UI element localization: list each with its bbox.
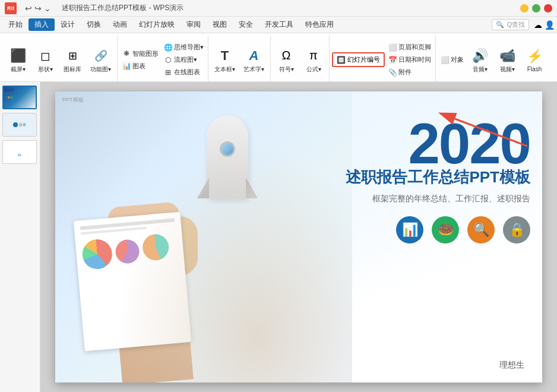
audio-icon: 🔊 bbox=[470, 46, 489, 65]
rocket-fin-right bbox=[246, 178, 258, 198]
minimize-button[interactable] bbox=[520, 4, 528, 12]
audio-button[interactable]: 🔊 音频▾ bbox=[467, 45, 493, 75]
flash-button[interactable]: ⚡ Flash bbox=[521, 46, 547, 74]
app-logo: Rit bbox=[5, 2, 17, 14]
redo-button[interactable]: ↪ bbox=[34, 4, 42, 13]
screenshot-button[interactable]: ⬛ 截屏▾ bbox=[5, 45, 31, 75]
menu-bar: 开始 插入 设计 切换 动画 幻灯片放映 审阅 视图 安全 开发工具 特色应用 … bbox=[0, 17, 557, 33]
icon-search: 🔍 bbox=[467, 216, 495, 244]
menu-review[interactable]: 审阅 bbox=[181, 18, 207, 31]
chart-button[interactable]: 📊 图表 bbox=[120, 60, 160, 72]
canvas-area: 2020 述职报告工作总结PPT模板 框架完整的年终总结、工作汇报、述职报告 📊… bbox=[40, 82, 557, 392]
smart-shape-button[interactable]: ❋ 智能图形 bbox=[120, 48, 160, 59]
shape-button[interactable]: ◻ 形状▾ bbox=[32, 45, 58, 75]
shape-icon: ◻ bbox=[36, 46, 55, 65]
online-table-icon: ⊞ bbox=[163, 68, 173, 77]
hand bbox=[103, 216, 198, 276]
video-button[interactable]: 📹 视频▾ bbox=[494, 45, 520, 75]
attachment-icon: 📎 bbox=[388, 68, 397, 77]
search-box[interactable]: 🔍 Q查找 bbox=[492, 19, 529, 30]
chart-paper bbox=[74, 212, 191, 352]
close-button[interactable] bbox=[544, 4, 552, 12]
title-bar: Rit ↩ ↪ ⌄ 述职报告工作总结PPT模板 - WPS演示 bbox=[0, 0, 557, 17]
flowchart-button[interactable]: ⬡ 流程图▾ bbox=[162, 54, 205, 66]
chart-icon: 📊 bbox=[122, 61, 131, 71]
ribbon-group-symbols: Ω 符号▾ π 公式▾ bbox=[271, 36, 330, 81]
object-icon: ⬜ bbox=[440, 55, 450, 65]
user-icon[interactable]: 👤 bbox=[545, 20, 555, 30]
title-bar-left: Rit ↩ ↪ ⌄ 述职报告工作总结PPT模板 - WPS演示 bbox=[5, 2, 183, 14]
slide-subtitle: 框架完整的年终总结、工作汇报、述职报告 bbox=[293, 194, 530, 204]
slide-title: 述职报告工作总结PPT模板 bbox=[293, 166, 530, 188]
menu-design[interactable]: 设计 bbox=[55, 18, 81, 31]
funcmap-button[interactable]: 🔗 功能图▾ bbox=[87, 45, 115, 75]
chart-circle-2 bbox=[115, 239, 140, 264]
slide-thumb-2[interactable]: 目录 bbox=[2, 113, 37, 137]
funcmap-icon: 🔗 bbox=[91, 46, 110, 65]
menu-view[interactable]: 视图 bbox=[207, 18, 233, 31]
slide-number-icon: 🔲 bbox=[337, 56, 346, 64]
main-area: 2020 PPT模板 目录 01 bbox=[0, 82, 557, 392]
ribbon-group-basic: ⬛ 截屏▾ ◻ 形状▾ ⊞ 图标库 🔗 功能图▾ bbox=[2, 36, 118, 81]
screenshot-icon: ⬛ bbox=[8, 46, 27, 65]
rocket-area bbox=[174, 97, 281, 264]
undo-redo-group: ↩ ↪ ⌄ bbox=[25, 4, 51, 13]
menu-animation[interactable]: 动画 bbox=[107, 18, 133, 31]
search-icon: 🔍 bbox=[496, 21, 504, 29]
app-title: 述职报告工作总结PPT模板 - WPS演示 bbox=[62, 3, 183, 13]
smart-shape-icon: ❋ bbox=[122, 49, 131, 58]
menu-security[interactable]: 安全 bbox=[233, 18, 259, 31]
symbol-icon: Ω bbox=[277, 46, 296, 65]
rocket-fin-left bbox=[197, 178, 209, 198]
header-footer-button[interactable]: ⬜ 页眉和页脚 bbox=[386, 42, 433, 53]
menu-insert[interactable]: 插入 bbox=[29, 18, 55, 31]
ribbon-group-diagrams: ❋ 智能图形 📊 图表 🌐 思维导图▾ ⬡ 流程图▾ ⊞ bbox=[118, 36, 208, 81]
menu-transition[interactable]: 切换 bbox=[81, 18, 107, 31]
symbol-button[interactable]: Ω 符号▾ bbox=[273, 45, 299, 75]
chart-circle-1 bbox=[81, 238, 113, 270]
attachment-button[interactable]: 📎 附件 bbox=[386, 67, 433, 78]
slide-panel: 2020 PPT模板 目录 01 bbox=[0, 82, 40, 392]
history-button[interactable]: ⌄ bbox=[44, 4, 51, 13]
chart-circle-3 bbox=[141, 233, 170, 262]
menu-home[interactable]: 开始 bbox=[2, 18, 29, 31]
search-label: Q查找 bbox=[507, 20, 525, 29]
cloud-icon: ☁ bbox=[534, 20, 542, 30]
menu-slideshow[interactable]: 幻灯片放映 bbox=[133, 18, 181, 31]
arttext-icon: A bbox=[245, 46, 264, 65]
mindmap-icon: 🌐 bbox=[163, 43, 173, 52]
slide-number-button[interactable]: 🔲 幻灯片编号 bbox=[332, 52, 385, 67]
ribbon: ⬛ 截屏▾ ◻ 形状▾ ⊞ 图标库 🔗 功能图▾ ❋ 智能图形 bbox=[0, 33, 557, 82]
textbox-button[interactable]: T 文本框▾ bbox=[211, 45, 239, 75]
header-footer-icon: ⬜ bbox=[388, 43, 397, 52]
formula-button[interactable]: π 公式▾ bbox=[300, 45, 327, 75]
arm bbox=[107, 201, 194, 382]
formula-icon: π bbox=[304, 46, 323, 65]
flash-icon: ⚡ bbox=[525, 47, 544, 66]
menu-special[interactable]: 特色应用 bbox=[299, 18, 340, 31]
undo-button[interactable]: ↩ bbox=[25, 4, 32, 13]
datetime-button[interactable]: 📅 日期和时间 bbox=[386, 54, 433, 66]
object-button[interactable]: ⬜ 对象 bbox=[438, 54, 466, 66]
slide-thumb-1[interactable]: 2020 PPT模板 bbox=[2, 86, 37, 109]
slide-thumb-3[interactable]: 01 bbox=[2, 140, 37, 164]
ribbon-group-media: ⬜ 对象 🔊 音频▾ 📹 视频▾ ⚡ Flash bbox=[436, 36, 550, 81]
ribbon-group-numbering: 🔲 幻灯片编号 ⬜ 页眉和页脚 📅 日期和时间 📎 附件 bbox=[330, 36, 436, 81]
menu-developer[interactable]: 开发工具 bbox=[259, 18, 299, 31]
mindmap-button[interactable]: 🌐 思维导图▾ bbox=[162, 42, 205, 53]
slide-number-label: 幻灯片编号 bbox=[347, 55, 380, 64]
ribbon-group-text: T 文本框▾ A 艺术字▾ bbox=[208, 36, 271, 81]
slide-ppt-label: PPT模板 bbox=[62, 96, 84, 104]
icon-lock: 🔒 bbox=[503, 216, 530, 244]
slide-canvas: 2020 述职报告工作总结PPT模板 框架完整的年终总结、工作汇报、述职报告 📊… bbox=[55, 91, 542, 382]
arttext-button[interactable]: A 艺术字▾ bbox=[240, 45, 268, 75]
online-table-button[interactable]: ⊞ 在线图表 bbox=[162, 67, 205, 78]
rocket-body bbox=[207, 115, 248, 198]
slide-text-area: 2020 述职报告工作总结PPT模板 框架完整的年终总结、工作汇报、述职报告 📊… bbox=[293, 115, 530, 244]
maximize-button[interactable] bbox=[532, 4, 540, 12]
flowchart-icon: ⬡ bbox=[163, 55, 173, 65]
textbox-icon: T bbox=[216, 46, 235, 65]
slide-icons: 📊 🍩 🔍 🔒 bbox=[293, 216, 530, 244]
video-icon: 📹 bbox=[498, 46, 517, 65]
iconlib-button[interactable]: ⊞ 图标库 bbox=[59, 45, 86, 75]
